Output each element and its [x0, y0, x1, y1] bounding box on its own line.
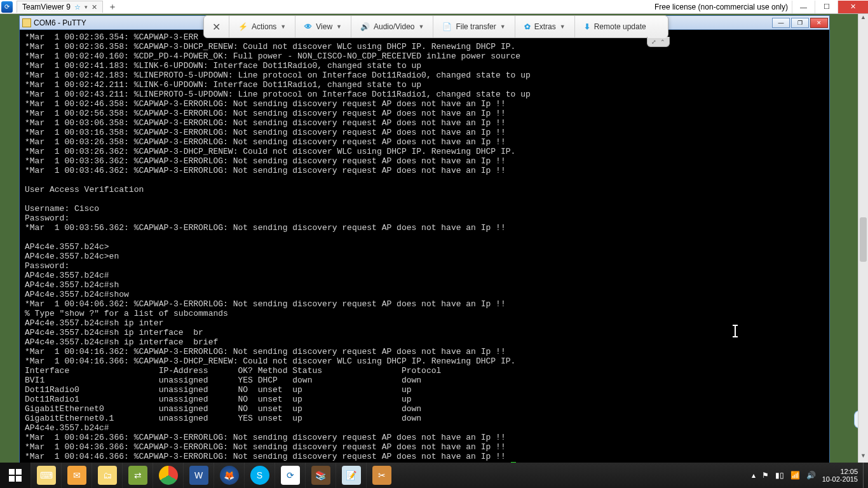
- taskbar-item-winscp[interactable]: ⇄: [122, 463, 153, 488]
- clock-date: 10-02-2015: [822, 475, 858, 483]
- eye-icon: 👁: [304, 22, 312, 31]
- scroll-down-icon[interactable]: ▼: [858, 452, 868, 463]
- tab-close-icon[interactable]: ✕: [92, 3, 97, 11]
- download-icon: ⬇: [584, 22, 590, 31]
- gear-icon: ✿: [524, 22, 531, 31]
- av-label: Audio/Video: [374, 22, 415, 31]
- terminal-text: *Mar 1 00:02:36.354: %CAPWAP-3-ERR *Mar …: [25, 32, 531, 463]
- putty-icon: [22, 18, 31, 27]
- windows-taskbar: ⌨ ✉ 🗂 ⇄ W 🦊 S ⟳ 📚 📝 ✂ ▴ ⚑ ▮▯ 📶 🔊 12:05 1…: [0, 463, 868, 488]
- system-tray: ▴ ⚑ ▮▯ 📶 🔊 12:05 10-02-2015: [747, 468, 863, 483]
- taskbar-clock[interactable]: 12:05 10-02-2015: [822, 468, 858, 483]
- flag-icon[interactable]: ⚑: [762, 471, 769, 480]
- chevron-down-icon: ▼: [500, 24, 506, 30]
- actions-menu[interactable]: ⚡ Actions ▼: [229, 16, 295, 37]
- chevron-down-icon: ▼: [280, 24, 286, 30]
- taskbar-item-firefox[interactable]: 🦊: [214, 463, 244, 488]
- taskbar-item-outlook[interactable]: ✉: [61, 463, 92, 488]
- taskbar-item-teamviewer[interactable]: ⟳: [275, 463, 305, 488]
- window-maximize-button[interactable]: ☐: [815, 1, 837, 13]
- license-text: Free license (non-commercial use only): [651, 3, 792, 11]
- tab-chevron-icon[interactable]: ▾: [85, 4, 88, 10]
- network-icon[interactable]: 📶: [790, 471, 800, 480]
- actions-label: Actions: [252, 22, 276, 31]
- remote-update-label: Remote update: [594, 22, 646, 31]
- speaker-icon: 🔊: [360, 22, 370, 31]
- close-icon: ✕: [212, 21, 220, 33]
- ft-label: File transfer: [456, 22, 496, 31]
- start-button[interactable]: [0, 463, 31, 488]
- collapse-icon: ⌃: [660, 39, 665, 45]
- taskbar-item-explorer[interactable]: 🗂: [92, 463, 122, 488]
- chevron-down-icon: ▼: [560, 24, 566, 30]
- session-tab[interactable]: TeamViewer 9 ☆ ▾ ✕: [17, 1, 103, 13]
- window-close-button[interactable]: ✕: [837, 1, 868, 13]
- extras-menu[interactable]: ✿ Extras ▼: [515, 16, 575, 37]
- tray-chevron-icon[interactable]: ▴: [752, 471, 756, 480]
- audio-video-menu[interactable]: 🔊 Audio/Video ▼: [351, 16, 433, 37]
- teamviewer-session-toolbar: ✕ ⚡ Actions ▼ 👁 View ▼ 🔊 Audio/Video ▼ 📄…: [203, 15, 668, 38]
- expand-icon: ⤢: [651, 39, 656, 45]
- session-close-button[interactable]: ✕: [204, 16, 229, 37]
- chevron-down-icon: ▼: [336, 24, 342, 30]
- putty-window: COM6 - PuTTY — ❐ ✕ *Mar 1 00:02:36.354: …: [19, 15, 830, 464]
- file-icon: 📄: [442, 22, 452, 31]
- putty-title: COM6 - PuTTY: [34, 18, 86, 27]
- scroll-up-icon[interactable]: ▲: [858, 14, 868, 24]
- putty-close-button[interactable]: ✕: [810, 18, 828, 28]
- taskbar-item-skype[interactable]: S: [244, 463, 275, 488]
- vertical-scrollbar[interactable]: ▲ ▼: [858, 14, 868, 463]
- putty-minimize-button[interactable]: —: [772, 18, 790, 28]
- session-tab-title: TeamViewer 9: [22, 3, 71, 11]
- remote-update-button[interactable]: ⬇ Remote update: [575, 16, 655, 37]
- taskbar-item-word[interactable]: W: [183, 463, 214, 488]
- taskbar-item-putty[interactable]: ⌨: [31, 463, 61, 488]
- chevron-down-icon: ▼: [419, 24, 424, 30]
- taskbar-item-notepad[interactable]: 📝: [336, 463, 366, 488]
- show-desktop-button[interactable]: [863, 463, 868, 488]
- window-minimize-button[interactable]: —: [792, 1, 815, 13]
- battery-icon[interactable]: ▮▯: [775, 471, 784, 480]
- volume-icon[interactable]: 🔊: [806, 471, 816, 480]
- taskbar-item-snipping[interactable]: ✂: [366, 463, 397, 488]
- teamviewer-logo-icon: ⟳: [1, 1, 13, 13]
- windows-logo-icon: [9, 469, 22, 482]
- terminal-output[interactable]: *Mar 1 00:02:36.354: %CAPWAP-3-ERR *Mar …: [20, 30, 829, 463]
- teamviewer-titlebar: ⟳ TeamViewer 9 ☆ ▾ ✕ ＋ Free license (non…: [0, 0, 868, 14]
- extras-label: Extras: [534, 22, 556, 31]
- view-menu[interactable]: 👁 View ▼: [295, 16, 351, 37]
- putty-maximize-button[interactable]: ❐: [791, 18, 809, 28]
- view-label: View: [316, 22, 332, 31]
- bolt-icon: ⚡: [238, 22, 248, 31]
- toolbar-handle[interactable]: ⤢ ⌃: [647, 37, 670, 47]
- scroll-thumb[interactable]: [860, 217, 867, 262]
- taskbar-item-chrome[interactable]: [153, 463, 183, 488]
- new-tab-button[interactable]: ＋: [108, 1, 117, 13]
- star-icon[interactable]: ☆: [74, 3, 81, 11]
- taskbar-item-winrar[interactable]: 📚: [305, 463, 336, 488]
- file-transfer-menu[interactable]: 📄 File transfer ▼: [433, 16, 515, 37]
- text-cursor-icon: [735, 325, 736, 337]
- clock-time: 12:05: [822, 468, 858, 475]
